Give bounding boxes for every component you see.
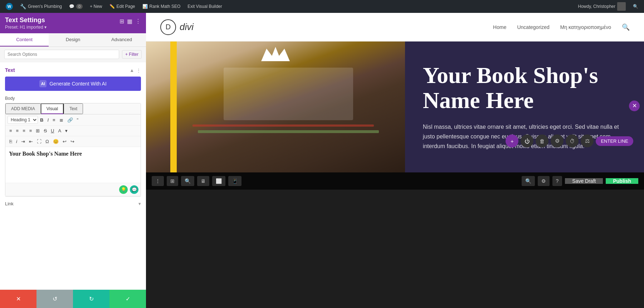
emoji-btn[interactable]: 😊 — [51, 138, 60, 145]
close-x-button[interactable]: ✕ — [629, 101, 640, 111]
italic-btn[interactable]: I — [45, 116, 50, 124]
site-nav: Home Uncategorized Μη κατηγοριοποιημένο … — [493, 23, 630, 31]
fullscreen-btn[interactable]: ⛶ — [35, 138, 43, 145]
search-options-input[interactable] — [4, 50, 119, 59]
preview-area: D divi Home Uncategorized Μη κατηγοριοπο… — [146, 13, 644, 308]
panel-expand-icon[interactable]: ⊞ — [119, 18, 124, 25]
editor-mode-tabs: ADD MEDIA Visual Text — [5, 103, 141, 114]
tab-advanced[interactable]: Advanced — [97, 33, 146, 47]
tablet-view-btn[interactable]: ⬜ — [212, 176, 225, 186]
indent-btn[interactable]: ⇥ — [19, 138, 27, 145]
align-right-btn[interactable]: ≡ — [21, 127, 27, 135]
delete-btn[interactable]: 🗑 — [536, 135, 548, 147]
unordered-list-btn[interactable]: ≡ — [51, 116, 57, 124]
enter-line-btn[interactable]: ENTER LINE — [596, 136, 633, 146]
add-module-btn[interactable]: + — [506, 135, 518, 147]
adjust-btn[interactable]: ⚖ — [581, 135, 594, 147]
panel-header: Text Settings Preset: H1 imported ▾ ⊞ ▦ … — [0, 13, 146, 33]
search-row: + Filter — [0, 47, 146, 62]
grid-view-btn[interactable]: ⊞ — [167, 176, 178, 186]
svg-marker-0 — [261, 47, 290, 61]
panel-preset[interactable]: Preset: H1 imported ▾ — [5, 25, 141, 30]
link-section[interactable]: Link ▾ — [5, 196, 141, 211]
filter-button[interactable]: + Filter — [122, 50, 142, 59]
cancel-btn[interactable]: ✕ — [0, 290, 36, 308]
search-builder-btn[interactable]: 🔍 — [181, 176, 194, 186]
body-label: Body — [5, 96, 141, 101]
bold-btn[interactable]: B — [38, 116, 45, 124]
power-btn[interactable]: ⏻ — [521, 135, 533, 147]
site-name-btn[interactable]: 🔧 Green's Plumbing — [17, 0, 65, 13]
topbar-right: Howdy, Christopher 🔍 — [575, 0, 641, 13]
panel-content: Text ▲ ⋮ AI Generate Content With AI Bod… — [0, 62, 146, 289]
table-btn[interactable]: ⊞ — [34, 127, 42, 135]
settings-btn[interactable]: ⚙ — [551, 135, 564, 147]
confirm-btn[interactable]: ✓ — [109, 290, 146, 308]
more-btn[interactable]: ▾ — [63, 127, 69, 135]
redo-btn[interactable]: ↻ — [73, 290, 109, 308]
heading-select[interactable]: Heading 1 — [8, 116, 38, 124]
bottom-search-btn[interactable]: 🔍 — [522, 176, 535, 186]
edit-page-btn[interactable]: ✏️ Edit Page — [107, 0, 138, 13]
special-char-btn[interactable]: Ω — [44, 138, 51, 145]
ordered-list-btn[interactable]: ≣ — [58, 116, 65, 124]
ai-generate-button[interactable]: AI Generate Content With AI — [5, 77, 141, 91]
text-color-btn[interactable]: A — [56, 127, 63, 135]
align-justify-btn[interactable]: ≡ — [28, 127, 34, 135]
chat-icon[interactable]: 💬 — [130, 185, 138, 194]
save-draft-btn[interactable]: Save Draft — [565, 178, 603, 184]
section-collapse-icon[interactable]: ▲ — [130, 68, 134, 73]
editor-content[interactable]: Your Book Shop's Name Here — [5, 147, 141, 183]
hero-content: Your Book Shop's Name Here Nisl massa, u… — [405, 41, 644, 172]
nav-uncategorized[interactable]: Uncategorized — [517, 24, 549, 30]
add-media-btn[interactable]: ADD MEDIA — [5, 103, 41, 114]
publish-btn[interactable]: Publish — [606, 178, 638, 184]
panel-layout-icon[interactable]: ▦ — [127, 18, 132, 25]
history-btn[interactable]: ⏱ — [566, 135, 579, 147]
nav-greek[interactable]: Μη κατηγοριοποιημένο — [560, 24, 611, 30]
bottom-help-btn[interactable]: ? — [552, 176, 562, 186]
wp-logo[interactable]: W — [3, 0, 16, 13]
comments-btn[interactable]: 💬 0 — [66, 0, 86, 13]
tab-visual[interactable]: Visual — [41, 103, 64, 114]
bottom-settings-btn[interactable]: ⚙ — [538, 176, 550, 186]
text-section-title: Text — [5, 67, 15, 73]
align-left-btn[interactable]: ≡ — [8, 127, 14, 135]
section-more-icon[interactable]: ⋮ — [136, 68, 141, 73]
grammar-icon[interactable]: 💡 — [119, 185, 128, 194]
underline-btn[interactable]: U — [49, 127, 56, 135]
panel-more-icon[interactable]: ⋮ — [135, 18, 141, 25]
toolbar-row-3: ⎘ i ⇥ ⇤ ⛶ Ω 😊 ↩ ↪ — [5, 136, 141, 147]
hero-title: Your Book Shop's Name Here — [423, 63, 626, 113]
nav-home[interactable]: Home — [493, 24, 506, 30]
tab-design[interactable]: Design — [49, 33, 97, 47]
outdent-btn[interactable]: ⇤ — [27, 138, 35, 145]
editor-footer: 💡 💬 — [5, 183, 141, 196]
desktop-view-btn[interactable]: 🖥 — [197, 176, 209, 186]
rank-math-btn[interactable]: 📊 Rank Math SEO — [140, 0, 184, 13]
logo-circle: D — [160, 19, 176, 35]
editor-toolbar: ADD MEDIA Visual Text Heading 1 B I ≡ ≣ — [5, 103, 141, 196]
nav-search-icon[interactable]: 🔍 — [622, 23, 630, 31]
panel-header-icons: ⊞ ▦ ⋮ — [119, 18, 141, 25]
exit-builder-btn[interactable]: Exit Visual Builder — [185, 0, 225, 13]
mobile-view-btn[interactable]: 📱 — [228, 176, 241, 186]
more-options-btn[interactable]: ⋮ — [152, 176, 164, 186]
tab-text[interactable]: Text — [64, 103, 83, 114]
align-center-btn[interactable]: ≡ — [14, 127, 21, 135]
logo-text: divi — [180, 21, 194, 33]
new-btn[interactable]: + New — [87, 0, 105, 13]
redo-btn[interactable]: ↪ — [69, 138, 76, 145]
link-btn[interactable]: 🔗 — [65, 116, 75, 124]
undo-btn[interactable]: ↺ — [36, 290, 73, 308]
global-search-btn[interactable]: 🔍 — [630, 0, 641, 13]
undo-btn[interactable]: ↩ — [61, 138, 68, 145]
bottom-toolbar-right: 🔍 ⚙ ? Save Draft Publish — [522, 176, 639, 186]
user-menu[interactable]: Howdy, Christopher — [575, 0, 629, 13]
tab-content[interactable]: Content — [0, 33, 49, 47]
blockquote-btn[interactable]: " — [75, 116, 80, 124]
strikethrough-btn[interactable]: S — [42, 127, 49, 135]
text-section-header: Text ▲ ⋮ — [5, 67, 141, 73]
copy-btn[interactable]: ⎘ — [8, 138, 14, 145]
italic2-btn[interactable]: i — [14, 138, 19, 145]
